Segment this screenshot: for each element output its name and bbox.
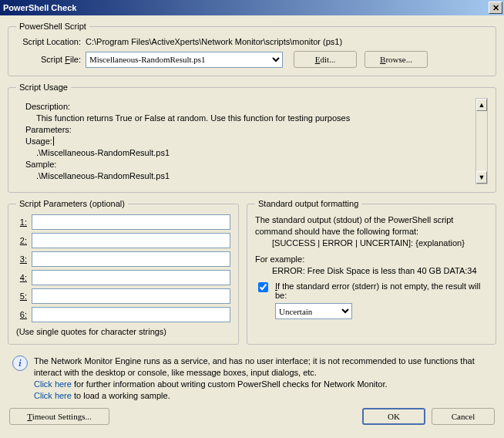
param-label-3: 3: — [16, 254, 32, 264]
stderr-checkbox[interactable] — [258, 282, 268, 292]
std-line2: [SUCCESS | ERROR | UNCERTAIN]: {explanat… — [255, 238, 488, 249]
param-input-6[interactable] — [32, 307, 230, 322]
edit-button[interactable]: Edit... — [294, 51, 357, 68]
script-location-label: Script Location: — [16, 37, 86, 46]
script-file-combo[interactable]: Miscellaneous-RandomResult.ps1 — [86, 52, 283, 68]
window-title: PowerShell Check — [3, 3, 76, 12]
group-legend: Script Usage — [16, 83, 71, 92]
info-icon: i — [12, 355, 28, 371]
ok-button[interactable]: OK — [362, 408, 425, 425]
browse-button[interactable]: Browse... — [365, 51, 428, 68]
param-label-1: 1: — [16, 217, 32, 227]
info-link-1[interactable]: Click here — [34, 379, 72, 389]
std-line1: The standard output (stdout) of the Powe… — [255, 214, 488, 238]
param-input-2[interactable] — [32, 233, 230, 248]
param-label-5: 5: — [16, 291, 32, 301]
scroll-up-icon[interactable]: ▲ — [476, 99, 487, 111]
group-legend: Standard output formatting — [255, 199, 361, 208]
std-line3: For example: — [255, 254, 488, 265]
close-icon[interactable]: ✕ — [489, 2, 502, 14]
script-usage-group: Script Usage Description: This function … — [8, 83, 496, 193]
title-bar: PowerShell Check ✕ — [0, 0, 504, 15]
params-note: (Use single quotes for character strings… — [16, 327, 230, 336]
param-label-4: 4: — [16, 273, 32, 282]
group-legend: Script Parameters (optional) — [16, 199, 128, 208]
info-text: The Network Monitor Engine runs as a ser… — [34, 355, 496, 402]
std-line4: ERROR: Free Disk Space is less than 40 G… — [255, 265, 488, 277]
cancel-button[interactable]: Cancel — [432, 408, 495, 425]
standard-output-group: Standard output formatting The standard … — [247, 199, 496, 345]
param-input-1[interactable] — [32, 214, 230, 230]
group-legend: PowerShell Script — [16, 22, 89, 31]
usage-text: Description: This function returns True … — [16, 98, 472, 184]
param-label-2: 2: — [16, 236, 32, 245]
stderr-result-combo[interactable]: Uncertain — [275, 303, 352, 319]
powershell-script-group: PowerShell Script Script Location: C:\Pr… — [8, 22, 496, 76]
param-input-4[interactable] — [32, 270, 230, 285]
usage-scrollbar[interactable]: ▲ ▼ — [475, 98, 488, 184]
script-file-label: Script File: — [16, 55, 86, 64]
param-label-6: 6: — [16, 310, 32, 319]
stderr-label: If the standard error (stderr) is not em… — [275, 281, 488, 300]
info-link-2[interactable]: Click here — [34, 391, 72, 400]
param-input-3[interactable] — [32, 251, 230, 267]
timeout-settings-button[interactable]: Timeout Settings... — [9, 408, 109, 425]
param-input-5[interactable] — [32, 288, 230, 304]
script-location-value: C:\Program Files\ActiveXperts\Network Mo… — [86, 37, 488, 46]
scroll-down-icon[interactable]: ▼ — [476, 171, 487, 184]
script-parameters-group: Script Parameters (optional) 1: 2: 3: 4:… — [8, 199, 239, 345]
